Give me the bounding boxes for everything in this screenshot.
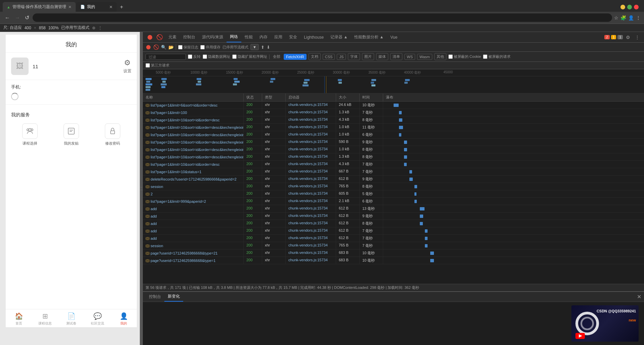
hide-extension-urls-label[interactable]: 隐藏扩展程序网址: [232, 54, 267, 59]
service-item-courses[interactable]: 课程选择: [11, 123, 48, 146]
tab-security[interactable]: 安全: [286, 32, 300, 42]
invert-checkbox-label[interactable]: 反转: [188, 54, 201, 59]
tab-network[interactable]: 网络: [227, 32, 241, 42]
play-button[interactable]: [575, 333, 585, 339]
tab-lighthouse[interactable]: Lighthouse: [300, 33, 327, 42]
filter-css-button[interactable]: CSS: [323, 54, 335, 60]
tab-console[interactable]: 控制台: [180, 32, 199, 42]
online-dropdown[interactable]: ▼: [250, 44, 259, 50]
table-row[interactable]: ({}) list?page=1&limit=10&sort=id&order=…: [143, 124, 644, 131]
tab-perf-insights[interactable]: 性能数据分析 ▲: [351, 32, 387, 42]
filter-manifest-button[interactable]: 清单: [390, 53, 402, 60]
table-row[interactable]: ({}) add200xhrchunk-vendors.js:15734612 …: [143, 235, 644, 242]
bottom-tab-new-changes[interactable]: 新变化: [164, 292, 183, 302]
tab-recorder[interactable]: 记录器 ▲: [327, 32, 351, 42]
table-row[interactable]: ({}) add200xhrchunk-vendors.js:15734612 …: [143, 213, 644, 220]
profile-button[interactable]: 👤: [628, 15, 634, 21]
table-row[interactable]: ({}) list?page=1&limit=10&status=1200xhr…: [143, 168, 644, 176]
filter-doc-button[interactable]: 文档: [309, 53, 321, 60]
table-row[interactable]: ({}) list?page=1&limit=6&sort=id&order=d…: [143, 102, 644, 109]
tab-application[interactable]: 应用: [271, 32, 286, 42]
table-row[interactable]: ({}) list?page=1&limit=10&sort=id&order=…: [143, 146, 644, 153]
close-button[interactable]: [634, 5, 639, 9]
clear-network-button[interactable]: 🚫: [154, 33, 165, 42]
third-party-label[interactable]: 第三方请求: [146, 63, 169, 68]
clear-network-log-button[interactable]: 🚫: [153, 44, 159, 50]
table-row[interactable]: ({}) 2200xhrchunk-vendors.js:15734605 B5…: [143, 190, 644, 198]
table-row[interactable]: ({}) list?page=1&limit=10&sort=id&order=…: [143, 116, 644, 124]
address-bar[interactable]: localhost:8081/springboot11b43fm8/front/…: [33, 13, 612, 22]
bookmark-star-icon[interactable]: ☆: [614, 15, 618, 21]
blocked-requests-checkbox[interactable]: [483, 54, 487, 59]
devtools-more-button[interactable]: ⋮: [633, 34, 641, 41]
maximize-button[interactable]: [627, 5, 632, 9]
blocked-requests-label[interactable]: 被屏蔽的请求: [483, 54, 511, 59]
download-icon-button[interactable]: ⬇: [267, 45, 270, 50]
tab-vue[interactable]: Vue: [387, 33, 401, 42]
filter-toggle-button[interactable]: 🔍: [161, 45, 166, 50]
table-row[interactable]: ({}) deleteRecords?userid=17124625986668…: [143, 176, 644, 183]
import-har-button[interactable]: 📂: [168, 45, 174, 50]
hide-data-urls-checkbox[interactable]: [203, 54, 207, 59]
table-row[interactable]: ({}) list?page=1&limit=10&sort=id&order=…: [143, 153, 644, 161]
upload-icon-button[interactable]: ⬆: [261, 45, 265, 50]
table-row[interactable]: ({}) list?page=1&limit=10&sort=id&order=…: [143, 131, 644, 139]
tab-sources[interactable]: 源代码/来源: [199, 32, 227, 42]
disable-cache-checkbox-label[interactable]: 停用缓存: [200, 45, 220, 50]
settings-button[interactable]: ⚙ 设置: [123, 59, 131, 74]
nav-item-profile[interactable]: 👤 我的: [111, 312, 137, 326]
filter-media-button[interactable]: 媒体: [376, 53, 388, 60]
bottom-panel-close-button[interactable]: ✕: [637, 294, 641, 300]
filter-img-button[interactable]: 图片: [362, 53, 374, 60]
filter-font-button[interactable]: 字体: [348, 53, 360, 60]
table-row[interactable]: ({}) session200xhrchunk-vendors.js:15734…: [143, 183, 644, 190]
preserve-log-checkbox-label[interactable]: 保留日志: [178, 45, 198, 50]
table-row[interactable]: ({}) list?page=1&limit=10&sort=id&order=…: [143, 161, 644, 168]
reload-button[interactable]: ↺: [24, 14, 31, 22]
menu-button[interactable]: ⋮: [636, 15, 641, 21]
tab-memory[interactable]: 内存: [256, 32, 271, 42]
record-network-button[interactable]: [146, 44, 151, 50]
back-button[interactable]: ←: [3, 14, 11, 22]
table-row[interactable]: ({}) list?page=2&limit=10&sort=id&order=…: [143, 139, 644, 146]
filter-input[interactable]: [146, 54, 186, 60]
blocked-cookies-checkbox[interactable]: [448, 54, 453, 59]
minimize-button[interactable]: [620, 5, 625, 9]
devtools-settings-button[interactable]: ⚙: [624, 34, 632, 41]
tab-1[interactable]: ▲ 管理端-操作系统习题自测管理 ✕: [3, 2, 76, 12]
filter-js-button[interactable]: JS: [337, 54, 346, 60]
service-item-password[interactable]: 修改密码: [94, 123, 131, 146]
nav-item-test[interactable]: 📄 测试卷: [58, 312, 84, 326]
resize-handle[interactable]: ⋮⋮: [140, 32, 143, 345]
table-row[interactable]: ({}) add200xhrchunk-vendors.js:15734612 …: [143, 220, 644, 227]
preserve-log-checkbox[interactable]: [178, 45, 183, 49]
tab-2[interactable]: 📄 我的 ✕: [76, 2, 117, 12]
third-party-checkbox[interactable]: [146, 63, 150, 68]
nav-item-community[interactable]: 💬 社区交流: [84, 312, 111, 326]
hide-data-urls-label[interactable]: 隐藏数据网址: [203, 54, 230, 59]
tab-performance[interactable]: 性能: [241, 32, 256, 42]
filter-all-button[interactable]: 全部: [272, 53, 282, 60]
table-row[interactable]: ({}) session200xhrchunk-vendors.js:15734…: [143, 242, 644, 250]
forward-button[interactable]: →: [13, 14, 22, 22]
tab2-close[interactable]: ✕: [109, 5, 113, 9]
tab1-close[interactable]: ✕: [68, 5, 72, 9]
table-row[interactable]: ({}) list?page=1&limit=100200xhrchunk-ve…: [143, 109, 644, 116]
disable-cache-checkbox[interactable]: [200, 45, 205, 49]
tab-elements[interactable]: 元素: [165, 32, 180, 42]
table-row[interactable]: ({}) add200xhrchunk-vendors.js:15734612 …: [143, 205, 644, 213]
table-row[interactable]: ({}) add200xhrchunk-vendors.js:15734612 …: [143, 227, 644, 235]
blocked-cookies-label[interactable]: 被屏蔽的 Cookie: [448, 54, 481, 59]
table-row[interactable]: ({}) page?userid=17124625986668&type=212…: [143, 250, 644, 257]
filter-other-button[interactable]: 其他: [434, 53, 446, 60]
filter-fetch-xhr-button[interactable]: Fetch/XHR: [284, 54, 307, 60]
table-row[interactable]: ({}) list?page=1&limit=999&paperid=2200x…: [143, 198, 644, 205]
hide-extension-urls-checkbox[interactable]: [232, 54, 237, 59]
nav-item-courses-info[interactable]: ⊞ 课程信息: [32, 312, 58, 326]
filter-wasm-button[interactable]: Wasm: [417, 54, 432, 60]
table-row[interactable]: ({}) page?userid=17124625986668&type=120…: [143, 257, 644, 264]
new-tab-button[interactable]: +: [117, 3, 126, 11]
service-item-posts[interactable]: 我的发贴: [52, 123, 90, 146]
filter-ws-button[interactable]: WS: [404, 54, 415, 60]
invert-checkbox[interactable]: [188, 54, 192, 59]
